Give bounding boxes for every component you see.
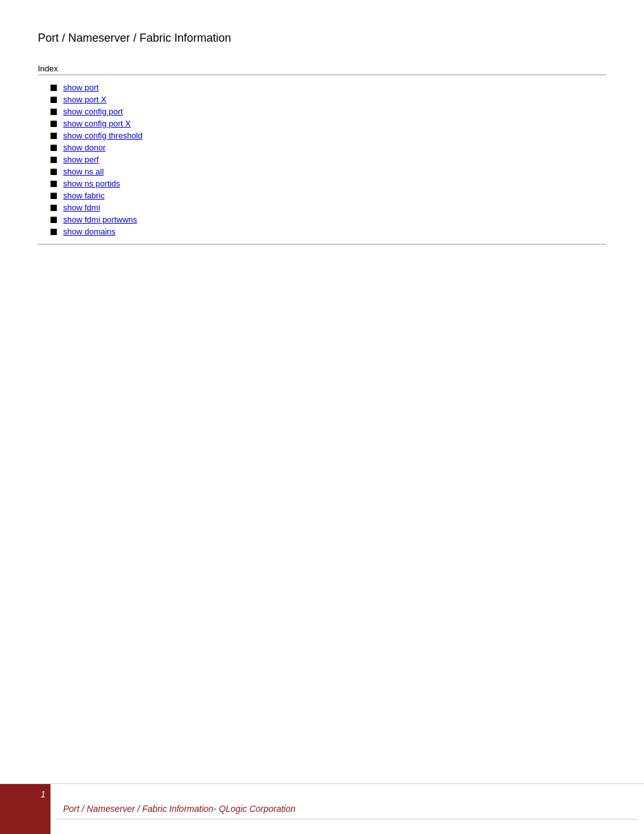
list-item: show config port X: [38, 118, 606, 130]
list-item: show ns all: [38, 166, 606, 178]
list-item: show port: [38, 82, 606, 94]
bullet-icon: [51, 205, 57, 211]
index-link-show-config-threshold[interactable]: show config threshold: [63, 131, 143, 140]
index-link-show-port-x[interactable]: show port X: [63, 95, 107, 104]
list-item: show perf: [38, 154, 606, 166]
index-link-show-port[interactable]: show port: [63, 83, 98, 92]
bullet-icon: [51, 109, 57, 115]
index-link-show-config-port-x[interactable]: show config port X: [63, 119, 131, 128]
bullet-icon: [51, 121, 57, 127]
footer-text-area: Port / Nameserver / Fabric Information- …: [51, 784, 644, 834]
list-item: show port X: [38, 94, 606, 106]
index-link-show-config-port[interactable]: show config port: [63, 107, 123, 116]
list-item: show fabric: [38, 190, 606, 202]
list-item: show domains: [38, 226, 606, 238]
footer-page-number: 1: [40, 789, 45, 799]
bullet-icon: [51, 133, 57, 139]
footer-title-line: [57, 819, 638, 819]
list-item: show fdmi: [38, 202, 606, 214]
footer-content: 1 Port / Nameserver / Fabric Information…: [0, 784, 644, 834]
index-link-show-donor[interactable]: show donor: [63, 143, 105, 152]
bullet-icon: [51, 169, 57, 175]
index-link-show-fabric[interactable]: show fabric: [63, 191, 105, 200]
list-item: show config port: [38, 106, 606, 118]
index-link-show-domains[interactable]: show domains: [63, 227, 116, 236]
bullet-icon: [51, 145, 57, 151]
list-item: show donor: [38, 142, 606, 154]
index-link-show-ns-portids[interactable]: show ns portids: [63, 179, 120, 188]
index-link-show-ns-all[interactable]: show ns all: [63, 167, 104, 176]
bullet-icon: [51, 181, 57, 187]
index-table: show portshow port Xshow config portshow…: [38, 75, 606, 245]
list-item: show fdmi portwwns: [38, 214, 606, 226]
footer-red-block: 1: [0, 784, 51, 834]
list-item: show config threshold: [38, 130, 606, 142]
footer-title: Port / Nameserver / Fabric Information- …: [57, 799, 638, 816]
page-content: Port / Nameserver / Fabric Information I…: [0, 0, 644, 245]
index-link-show-perf[interactable]: show perf: [63, 155, 98, 164]
bullet-icon: [51, 229, 57, 235]
bullet-icon: [51, 217, 57, 223]
index-list: show portshow port Xshow config portshow…: [38, 79, 606, 240]
bullet-icon: [51, 85, 57, 91]
index-link-show-fdmi-portwwns[interactable]: show fdmi portwwns: [63, 215, 137, 224]
index-section: Index show portshow port Xshow config po…: [38, 64, 606, 245]
page-title: Port / Nameserver / Fabric Information: [38, 32, 606, 45]
index-label: Index: [38, 64, 606, 73]
index-link-show-fdmi[interactable]: show fdmi: [63, 203, 100, 212]
bullet-icon: [51, 193, 57, 199]
bullet-icon: [51, 157, 57, 163]
list-item: show ns portids: [38, 178, 606, 190]
page-footer: 1 Port / Nameserver / Fabric Information…: [0, 783, 644, 834]
bullet-icon: [51, 97, 57, 103]
